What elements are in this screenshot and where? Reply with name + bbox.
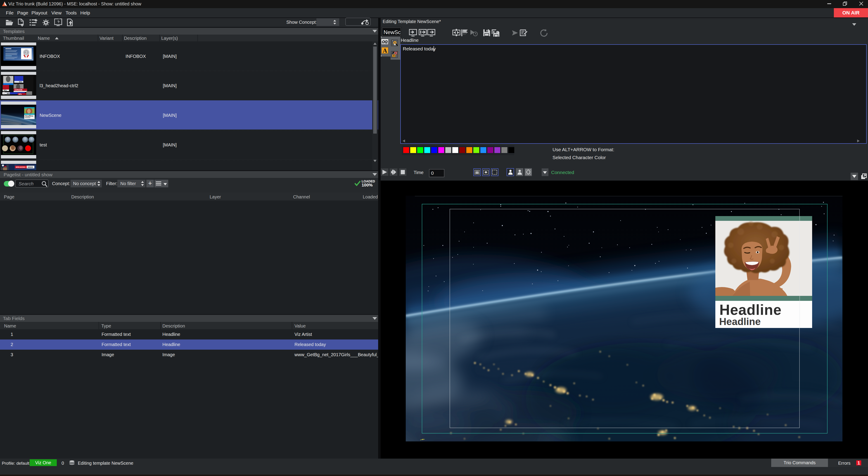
svg-text:SURNAME: SURNAME: [14, 89, 23, 91]
svg-text:50%: 50%: [7, 93, 10, 95]
svg-text:Headline: Headline: [25, 115, 33, 117]
svg-text:50%: 50%: [4, 90, 7, 91]
svg-text:50%: 50%: [19, 81, 22, 83]
svg-text:BREAKING: BREAKING: [16, 166, 26, 168]
svg-text:50%: 50%: [19, 93, 22, 95]
svg-text:A: A: [393, 55, 395, 57]
svg-text:2: 2: [25, 50, 27, 55]
svg-text:NEWS: NEWS: [28, 166, 33, 168]
